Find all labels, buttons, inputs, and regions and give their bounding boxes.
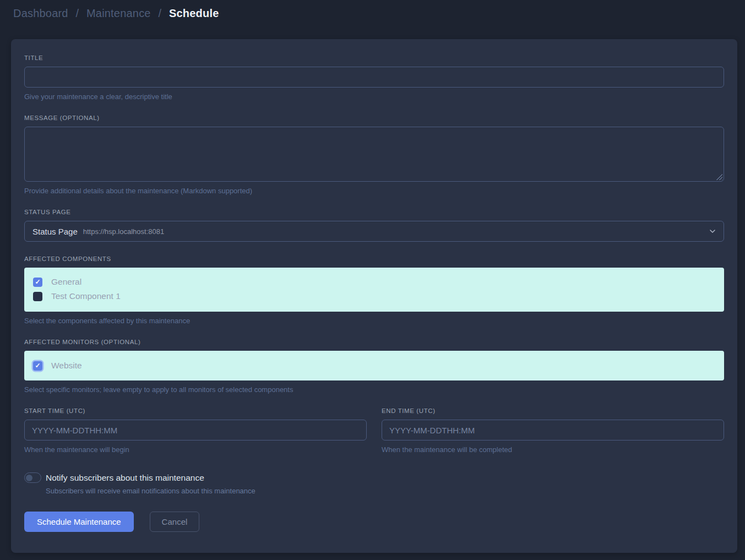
breadcrumb-current-page: Schedule — [169, 7, 219, 19]
notify-section: Notify subscribers about this maintenanc… — [24, 472, 724, 495]
breadcrumb-separator: / — [158, 7, 161, 19]
schedule-maintenance-button[interactable]: Schedule Maintenance — [24, 512, 134, 532]
breadcrumb-link-maintenance[interactable]: Maintenance — [86, 7, 151, 19]
schedule-maintenance-form-card: TITLE Give your maintenance a clear, des… — [11, 39, 737, 553]
component-general-checkbox[interactable] — [33, 278, 42, 287]
breadcrumb-link-dashboard[interactable]: Dashboard — [13, 7, 68, 19]
components-label: AFFECTED COMPONENTS — [24, 255, 724, 262]
breadcrumb-bar: Dashboard / Maintenance / Schedule — [0, 0, 745, 28]
monitors-help-text: Select specific monitors; leave empty to… — [24, 385, 724, 394]
start-time-help-text: When the maintenance will begin — [24, 445, 367, 454]
title-help-text: Give your maintenance a clear, descripti… — [24, 93, 724, 101]
components-field-section: AFFECTED COMPONENTS General Test Compone… — [24, 255, 724, 325]
status-page-selected-url: https://hsp.localhost:8081 — [83, 227, 164, 236]
status-page-select[interactable]: Status Page https://hsp.localhost:8081 — [24, 221, 724, 242]
components-panel: General Test Component 1 — [24, 268, 724, 312]
title-label: TITLE — [24, 55, 724, 61]
component-option-test-component-1[interactable]: Test Component 1 — [33, 290, 715, 302]
cancel-button[interactable]: Cancel — [150, 512, 200, 532]
monitors-label: AFFECTED MONITORS (OPTIONAL) — [24, 339, 724, 345]
notify-toggle[interactable] — [24, 472, 41, 483]
monitors-panel: Website — [24, 351, 724, 380]
start-time-input[interactable] — [24, 420, 367, 441]
start-time-field-section: START TIME (UTC) When the maintenance wi… — [24, 407, 367, 454]
end-time-input[interactable] — [382, 420, 724, 441]
components-help-text: Select the components affected by this m… — [24, 317, 724, 325]
component-general-label: General — [51, 277, 81, 287]
message-help-text: Provide additional details about the mai… — [24, 187, 724, 195]
message-textarea[interactable] — [24, 127, 724, 182]
monitor-website-checkbox[interactable] — [33, 361, 42, 371]
start-time-label: START TIME (UTC) — [24, 407, 367, 414]
form-actions: Schedule Maintenance Cancel — [24, 512, 724, 532]
title-field-section: TITLE Give your maintenance a clear, des… — [24, 55, 724, 101]
status-page-label: STATUS PAGE — [24, 209, 724, 215]
toggle-knob-icon — [26, 475, 32, 481]
component-option-general[interactable]: General — [33, 276, 715, 288]
message-label: MESSAGE (OPTIONAL) — [24, 115, 724, 121]
end-time-field-section: END TIME (UTC) When the maintenance will… — [382, 407, 724, 454]
message-textarea-wrap — [24, 127, 724, 182]
component-test-component-1-checkbox[interactable] — [33, 292, 42, 301]
end-time-help-text: When the maintenance will be completed — [382, 445, 724, 454]
monitors-field-section: AFFECTED MONITORS (OPTIONAL) Website Sel… — [24, 339, 724, 394]
chevron-down-icon — [709, 227, 716, 235]
message-field-section: MESSAGE (OPTIONAL) Provide additional de… — [24, 115, 724, 195]
component-test-component-1-label: Test Component 1 — [51, 291, 121, 301]
notify-toggle-row: Notify subscribers about this maintenanc… — [24, 472, 724, 483]
status-page-field-section: STATUS PAGE Status Page https://hsp.loca… — [24, 209, 724, 242]
breadcrumb: Dashboard / Maintenance / Schedule — [13, 7, 732, 20]
breadcrumb-separator: / — [75, 7, 79, 19]
title-input[interactable] — [24, 67, 724, 88]
notify-help-text: Subscribers will receive email notificat… — [46, 487, 724, 495]
monitor-website-label: Website — [51, 361, 82, 371]
status-page-selected-name: Status Page — [32, 227, 78, 236]
time-fields-grid: START TIME (UTC) When the maintenance wi… — [24, 407, 724, 454]
monitor-option-website[interactable]: Website — [33, 360, 715, 372]
notify-toggle-label[interactable]: Notify subscribers about this maintenanc… — [46, 473, 204, 483]
end-time-label: END TIME (UTC) — [382, 407, 724, 414]
